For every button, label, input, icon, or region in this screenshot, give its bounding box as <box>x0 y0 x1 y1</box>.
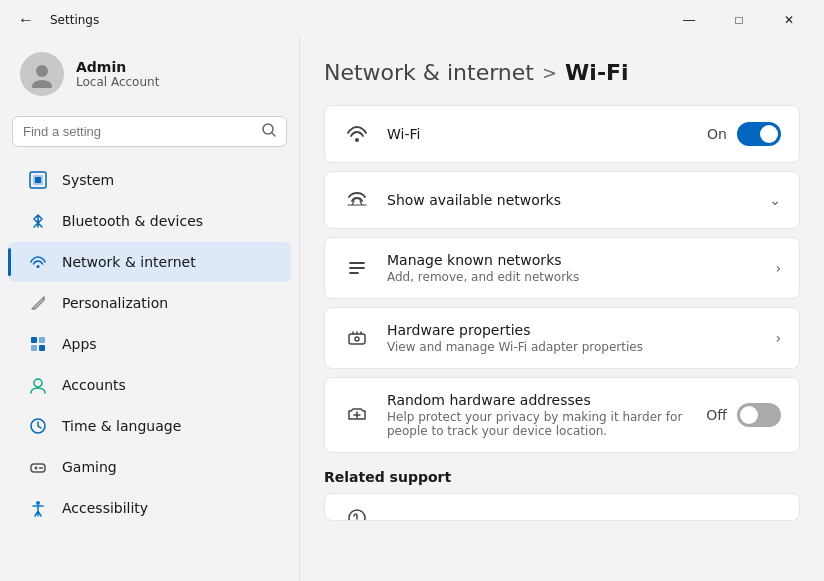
app-title: Settings <box>50 13 99 27</box>
breadcrumb-parent: Network & internet <box>324 60 534 85</box>
random-hardware-text: Random hardware addresses Help protect y… <box>387 392 690 438</box>
related-support-icon <box>343 504 371 521</box>
random-hardware-right: Off <box>706 403 781 427</box>
wifi-toggle-label: On <box>707 126 727 142</box>
svg-point-7 <box>37 265 40 268</box>
search-icon <box>262 123 276 140</box>
svg-point-20 <box>355 337 359 341</box>
search-box[interactable] <box>12 116 287 147</box>
apps-icon <box>28 334 48 354</box>
maximize-button[interactable]: □ <box>716 6 762 34</box>
sidebar-item-bluetooth[interactable]: Bluetooth & devices <box>8 201 291 241</box>
svg-point-12 <box>34 379 42 387</box>
back-button[interactable]: ← <box>12 9 40 31</box>
sidebar-item-system[interactable]: System <box>8 160 291 200</box>
bluetooth-icon <box>28 211 48 231</box>
sidebar: Admin Local Account <box>0 36 300 581</box>
sidebar-item-accessibility[interactable]: Accessibility <box>8 488 291 528</box>
related-support-card <box>324 493 800 521</box>
show-networks-card: Show available networks ⌄ <box>324 171 800 229</box>
svg-rect-11 <box>39 345 45 351</box>
breadcrumb-current: Wi-Fi <box>565 60 629 85</box>
sidebar-item-label-personalization: Personalization <box>62 295 168 311</box>
related-support-heading: Related support <box>324 469 800 485</box>
hardware-properties-card: Hardware properties View and manage Wi-F… <box>324 307 800 369</box>
search-input[interactable] <box>23 124 254 139</box>
sidebar-item-time[interactable]: Time & language <box>8 406 291 446</box>
wifi-icon <box>343 120 371 148</box>
sidebar-item-label-bluetooth: Bluetooth & devices <box>62 213 203 229</box>
manage-networks-title: Manage known networks <box>387 252 759 268</box>
sidebar-item-network[interactable]: Network & internet <box>8 242 291 282</box>
user-profile: Admin Local Account <box>0 36 299 112</box>
show-networks-text: Show available networks <box>387 192 753 208</box>
system-icon <box>28 170 48 190</box>
svg-line-3 <box>272 133 275 136</box>
sidebar-item-label-accounts: Accounts <box>62 377 126 393</box>
svg-point-18 <box>355 138 359 142</box>
accounts-icon <box>28 375 48 395</box>
manage-networks-row[interactable]: Manage known networks Add, remove, and e… <box>325 238 799 298</box>
hardware-properties-title: Hardware properties <box>387 322 759 338</box>
minimize-button[interactable]: — <box>666 6 712 34</box>
personalization-icon <box>28 293 48 313</box>
random-hardware-subtitle: Help protect your privacy by making it h… <box>387 410 690 438</box>
window-controls: — □ ✕ <box>666 6 812 34</box>
wifi-toggle[interactable] <box>737 122 781 146</box>
random-hardware-card: Random hardware addresses Help protect y… <box>324 377 800 453</box>
random-hardware-title: Random hardware addresses <box>387 392 690 408</box>
title-bar-left: ← Settings <box>12 9 99 31</box>
svg-rect-10 <box>31 345 37 351</box>
wifi-toggle-card: Wi-Fi On <box>324 105 800 163</box>
time-icon <box>28 416 48 436</box>
random-hardware-toggle[interactable] <box>737 403 781 427</box>
random-hardware-icon <box>343 401 371 429</box>
svg-point-1 <box>32 80 52 88</box>
accessibility-icon <box>28 498 48 518</box>
sidebar-item-label-apps: Apps <box>62 336 97 352</box>
hardware-properties-row[interactable]: Hardware properties View and manage Wi-F… <box>325 308 799 368</box>
hardware-properties-text: Hardware properties View and manage Wi-F… <box>387 322 759 354</box>
app-body: Admin Local Account <box>0 36 824 581</box>
random-hardware-row[interactable]: Random hardware addresses Help protect y… <box>325 378 799 452</box>
sidebar-item-label-system: System <box>62 172 114 188</box>
user-type: Local Account <box>76 75 159 89</box>
sidebar-item-label-network: Network & internet <box>62 254 196 270</box>
manage-networks-subtitle: Add, remove, and edit networks <box>387 270 759 284</box>
user-info: Admin Local Account <box>76 59 159 89</box>
close-button[interactable]: ✕ <box>766 6 812 34</box>
chevron-right-icon-2: › <box>775 330 781 346</box>
manage-networks-right: › <box>775 260 781 276</box>
wifi-toggle-row[interactable]: Wi-Fi On <box>325 106 799 162</box>
nav-items: System Bluetooth & devices <box>0 159 299 581</box>
show-networks-row[interactable]: Show available networks ⌄ <box>325 172 799 228</box>
breadcrumb: Network & internet > Wi-Fi <box>324 60 800 85</box>
chevron-right-icon: › <box>775 260 781 276</box>
sidebar-item-accounts[interactable]: Accounts <box>8 365 291 405</box>
svg-point-15 <box>39 467 41 469</box>
chevron-down-icon: ⌄ <box>769 192 781 208</box>
svg-point-17 <box>36 501 40 505</box>
svg-point-0 <box>36 65 48 77</box>
sidebar-item-label-accessibility: Accessibility <box>62 500 148 516</box>
svg-rect-6 <box>35 177 41 183</box>
show-networks-title: Show available networks <box>387 192 753 208</box>
manage-networks-icon <box>343 254 371 282</box>
hardware-properties-subtitle: View and manage Wi-Fi adapter properties <box>387 340 759 354</box>
gaming-icon <box>28 457 48 477</box>
sidebar-item-label-gaming: Gaming <box>62 459 117 475</box>
svg-rect-8 <box>31 337 37 343</box>
sidebar-item-apps[interactable]: Apps <box>8 324 291 364</box>
sidebar-item-gaming[interactable]: Gaming <box>8 447 291 487</box>
user-name: Admin <box>76 59 159 75</box>
manage-networks-card: Manage known networks Add, remove, and e… <box>324 237 800 299</box>
related-support-row[interactable] <box>325 494 799 521</box>
sidebar-item-label-time: Time & language <box>62 418 181 434</box>
show-networks-right: ⌄ <box>769 192 781 208</box>
wifi-title: Wi-Fi <box>387 126 691 142</box>
svg-point-16 <box>41 467 43 469</box>
manage-networks-text: Manage known networks Add, remove, and e… <box>387 252 759 284</box>
network-icon <box>28 252 48 272</box>
sidebar-item-personalization[interactable]: Personalization <box>8 283 291 323</box>
avatar <box>20 52 64 96</box>
